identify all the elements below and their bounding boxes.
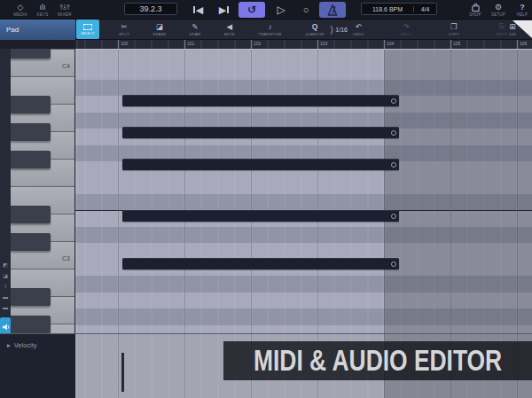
bar-number: 105 bbox=[453, 41, 460, 46]
redo-label: REDO bbox=[401, 32, 411, 36]
piano-key-label: C4 bbox=[62, 63, 70, 69]
undo-arrow-icon: ↶ bbox=[356, 23, 362, 31]
play-button[interactable]: ▷ bbox=[271, 2, 291, 18]
quantize-q-icon: Q bbox=[312, 23, 318, 31]
bar-tick bbox=[184, 40, 185, 49]
midi-note[interactable] bbox=[122, 95, 399, 106]
split-knife-icon: ✂ bbox=[121, 23, 128, 31]
copy-icon: ❐ bbox=[450, 23, 458, 31]
midi-note[interactable] bbox=[122, 159, 399, 170]
select-tool-button-active[interactable]: SELECT bbox=[76, 20, 99, 39]
grid-snap-value: 1/16 bbox=[509, 32, 516, 36]
draw-tool-icon[interactable]: ◪ bbox=[3, 273, 8, 278]
editor-toolbar: Pad SELECT ✂ SPLIT ◪ ERASE ✎ DRAW ◀ MUTE bbox=[0, 20, 532, 40]
bar-number: 101 bbox=[187, 41, 194, 46]
help-button[interactable]: ? HELP bbox=[509, 1, 532, 19]
brace-icon: ⟩ bbox=[330, 24, 333, 35]
time-signature-value: 4/4 bbox=[413, 6, 436, 12]
quantize-value: 1/16 bbox=[335, 27, 348, 33]
piano-black-key[interactable] bbox=[11, 206, 51, 223]
mixer-button[interactable]: ⫯⫰⫯ MIXER bbox=[51, 1, 78, 19]
eraser-icon: ◪ bbox=[156, 23, 163, 31]
quantize-value-button[interactable]: ⟩ 1/16 bbox=[330, 20, 348, 40]
ruler: 100101102103104105106 bbox=[0, 40, 532, 49]
media-label: MEDIA bbox=[13, 12, 27, 17]
note-resize-handle[interactable] bbox=[391, 98, 396, 104]
grid-icon: ⊞ bbox=[509, 23, 516, 31]
gear-icon: ⚙ bbox=[495, 4, 502, 12]
outside-part-shade bbox=[384, 50, 532, 333]
bar-tick bbox=[450, 40, 451, 49]
copy-button[interactable]: ❐ COPY bbox=[449, 23, 459, 36]
help-label: HELP bbox=[517, 12, 528, 17]
record-button[interactable]: ○ bbox=[296, 2, 316, 18]
bar-tick bbox=[118, 40, 119, 49]
split-tool-button[interactable]: ✂ SPLIT bbox=[119, 23, 129, 36]
draw-tool-button[interactable]: ✎ DRAW bbox=[189, 23, 200, 36]
transpose-tool-label: TRANSPOSE bbox=[258, 32, 281, 36]
midi-note[interactable] bbox=[122, 210, 399, 222]
song-position-display[interactable]: 39.2.3 bbox=[124, 3, 177, 15]
piano-black-key[interactable] bbox=[11, 233, 51, 251]
piano-black-key[interactable] bbox=[11, 288, 51, 306]
setup-label: SETUP bbox=[491, 12, 505, 17]
erase-tool-button[interactable]: ◪ ERASE bbox=[153, 23, 167, 36]
piano-black-key[interactable] bbox=[11, 49, 51, 59]
bar-number: 104 bbox=[387, 41, 394, 46]
bar-tick bbox=[517, 40, 518, 49]
midi-note[interactable] bbox=[122, 127, 399, 138]
erase-tool-label: ERASE bbox=[153, 32, 167, 36]
piano-black-key[interactable] bbox=[11, 316, 51, 333]
bar-number: 102 bbox=[254, 41, 261, 46]
note-resize-handle[interactable] bbox=[391, 261, 396, 267]
grid-snap-button[interactable]: ⊞ 1/16 bbox=[509, 20, 516, 40]
mixer-sliders-icon: ⫯⫰⫯ bbox=[59, 4, 70, 12]
minimize-icon[interactable]: ▬ bbox=[3, 294, 8, 300]
transpose-note-icon: ♪ bbox=[268, 23, 271, 31]
quantize-tool-button[interactable]: Q QUANTIZE bbox=[305, 23, 325, 36]
left-tool-strip: ◩◪I▬▬ bbox=[0, 49, 11, 333]
velocity-bar[interactable] bbox=[121, 353, 124, 392]
piano-black-key[interactable] bbox=[11, 123, 51, 141]
track-header[interactable]: Pad bbox=[0, 20, 75, 40]
paste-button[interactable]: ⎘ PASTE bbox=[496, 23, 508, 36]
velocity-header[interactable]: ▸ Velocity bbox=[0, 334, 75, 398]
piano-keyboard[interactable]: C4C3 bbox=[11, 49, 75, 333]
mixer-label: MIXER bbox=[58, 12, 71, 17]
collapse-icon[interactable]: ▬ bbox=[3, 305, 8, 310]
piano-black-key[interactable] bbox=[11, 96, 51, 113]
redo-button[interactable]: ↷ REDO bbox=[401, 23, 411, 36]
setup-button[interactable]: ⚙ SETUP bbox=[485, 1, 512, 19]
undo-button[interactable]: ↶ UNDO bbox=[353, 23, 364, 36]
note-resize-handle[interactable] bbox=[391, 214, 396, 219]
loop-button-active[interactable]: ↺ bbox=[239, 2, 265, 18]
bar-number: 106 bbox=[520, 41, 527, 46]
select-tool-label: SELECT bbox=[81, 31, 95, 35]
record-icon: ○ bbox=[303, 4, 309, 15]
undo-label: UNDO bbox=[353, 32, 364, 36]
top-bar: ◇ MEDIA ılı KEYS ⫯⫰⫯ MIXER 39.2.3 ◀ ▶ ↺ … bbox=[0, 0, 532, 20]
copy-label: COPY bbox=[449, 32, 459, 36]
metronome-button-active[interactable] bbox=[319, 2, 346, 18]
draw-tool-label: DRAW bbox=[189, 32, 200, 36]
info-icon[interactable]: I bbox=[4, 284, 6, 289]
piano-black-key[interactable] bbox=[11, 151, 51, 168]
transpose-tool-button[interactable]: ♪ TRANSPOSE bbox=[258, 23, 281, 36]
note-resize-handle[interactable] bbox=[391, 130, 396, 136]
velocity-tool-icon[interactable]: ◩ bbox=[3, 262, 8, 268]
question-mark-icon: ? bbox=[520, 4, 525, 12]
tempo-display[interactable]: 118.6 BPM 4/4 bbox=[361, 3, 437, 15]
bar-tick bbox=[317, 40, 318, 49]
piano-roll-editor: ◩◪I▬▬ C4C3 bbox=[0, 49, 532, 333]
note-grid[interactable] bbox=[75, 49, 532, 333]
keys-label: KEYS bbox=[37, 12, 49, 17]
midi-note[interactable] bbox=[122, 258, 399, 269]
skip-back-button[interactable]: ◀ bbox=[188, 2, 207, 18]
note-resize-handle[interactable] bbox=[391, 162, 396, 168]
skip-back-icon bbox=[193, 6, 195, 13]
shop-label: SHOP bbox=[469, 12, 481, 17]
mute-tool-button[interactable]: ◀ MUTE bbox=[224, 23, 235, 36]
paste-icon: ⎘ bbox=[499, 23, 505, 31]
skip-forward-button[interactable]: ▶ bbox=[215, 2, 234, 18]
ruler-track[interactable]: 100101102103104105106 bbox=[75, 40, 532, 49]
